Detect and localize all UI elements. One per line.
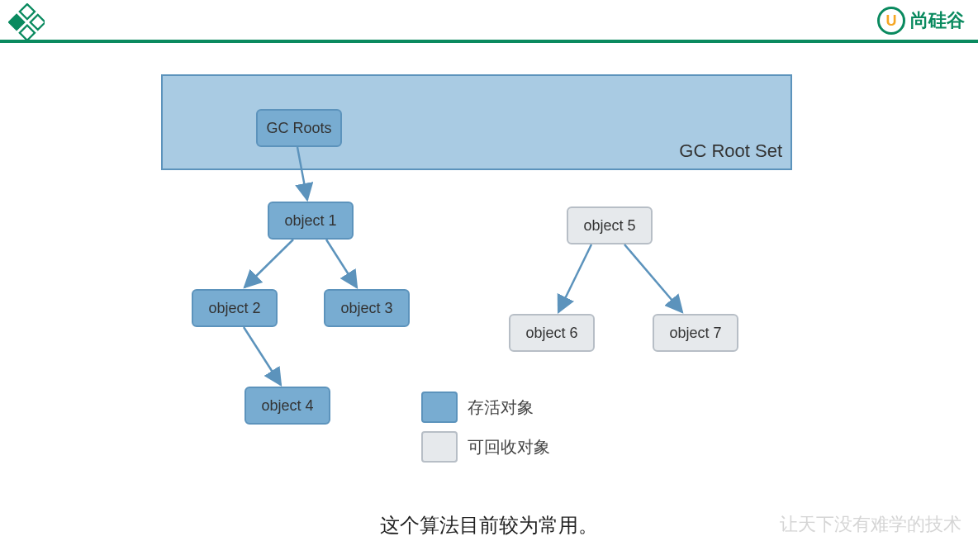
- svg-line-7: [244, 327, 281, 385]
- node-object7: object 7: [653, 314, 738, 352]
- node-object5: object 5: [567, 206, 653, 244]
- svg-rect-0: [20, 4, 35, 19]
- svg-rect-2: [31, 15, 45, 30]
- brand-logo: U 尚硅谷: [877, 7, 965, 35]
- node-object6: object 6: [509, 314, 595, 352]
- top-left-logo-icon: [8, 3, 45, 40]
- svg-line-5: [244, 240, 293, 287]
- legend-dead-label: 可回收对象: [468, 436, 550, 458]
- svg-rect-1: [9, 15, 24, 30]
- brand-icon: U: [877, 7, 905, 35]
- legend-alive-swatch: [421, 392, 458, 423]
- node-object4: object 4: [244, 387, 330, 425]
- node-gcroots: GC Roots: [256, 109, 342, 147]
- gc-root-set-label: GC Root Set: [679, 140, 782, 162]
- diagram-canvas: GC Root Set GC Roots object 1 object 2 o…: [0, 50, 978, 560]
- brand-text: 尚硅谷: [910, 8, 965, 33]
- svg-line-6: [326, 240, 357, 287]
- svg-line-8: [558, 244, 591, 312]
- svg-rect-3: [20, 26, 35, 40]
- node-object2: object 2: [192, 289, 278, 327]
- node-object1: object 1: [268, 202, 354, 240]
- top-divider: [0, 40, 978, 43]
- legend-dead-swatch: [421, 431, 458, 463]
- node-object3: object 3: [324, 289, 410, 327]
- legend-alive-label: 存活对象: [468, 396, 534, 419]
- watermark-text: 让天下没有难学的技术: [780, 512, 961, 537]
- svg-line-9: [624, 244, 682, 312]
